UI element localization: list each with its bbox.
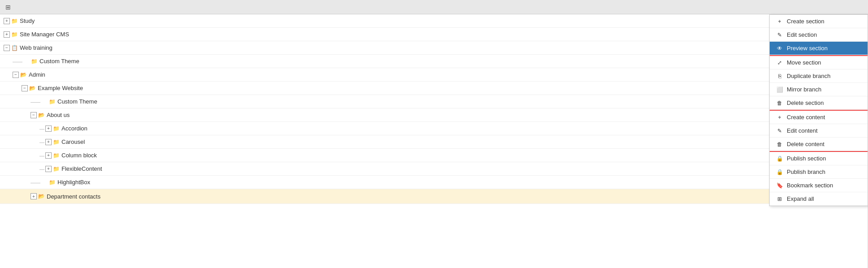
menu-icon: ✎: [776, 32, 783, 38]
tree-toggle[interactable]: +: [4, 18, 10, 24]
tree-toggle[interactable]: +: [45, 139, 52, 145]
menu-icon: ✎: [776, 128, 783, 134]
menu-label: Bookmark section: [787, 182, 833, 189]
tree-row[interactable]: — +📁Column block0: [0, 149, 868, 162]
folder-icon: 📂: [38, 112, 45, 118]
folder-icon: 📁: [11, 31, 18, 38]
folder-icon: 📂: [38, 193, 45, 199]
folder-icon: 📁: [49, 99, 56, 105]
header-icon: ⊞: [5, 4, 11, 11]
tree-label: Web training: [20, 44, 53, 51]
menu-item-edit-section[interactable]: ✎Edit section: [770, 28, 868, 42]
menu-icon: ⤢: [776, 60, 783, 66]
tree-row[interactable]: —— 📁HighlightBox0: [0, 176, 868, 189]
tree-row[interactable]: −📋Web training3: [0, 41, 868, 55]
menu-label: Mirror branch: [787, 86, 821, 93]
folder-icon: 📁: [49, 179, 56, 186]
tree-row[interactable]: —— 📁Custom Theme1: [0, 95, 868, 108]
menu-label: Expand all: [787, 195, 814, 202]
tree-label: Carousel: [61, 138, 85, 145]
menu-label: Edit section: [787, 31, 817, 38]
header: ⊞: [0, 0, 868, 14]
tree-label: Column block: [61, 152, 97, 159]
folder-icon: 📁: [53, 152, 60, 159]
tree-row[interactable]: +📂Department contacts200⚙ Actions: [0, 189, 868, 204]
tree-label: Department contacts: [47, 193, 101, 200]
folder-icon: 📋: [11, 45, 18, 51]
menu-icon: 🗑: [776, 100, 783, 106]
tree-toggle[interactable]: +: [31, 193, 37, 199]
menu-icon: ⬜: [776, 86, 783, 93]
tree-label: Custom Theme: [39, 58, 79, 65]
tree-row[interactable]: +📁Study3: [0, 14, 868, 28]
tree-label: Example Website: [38, 85, 83, 91]
menu-label: Create section: [787, 18, 824, 25]
menu-item-mirror-branch[interactable]: ⬜Mirror branch: [770, 83, 868, 96]
menu-label: Move section: [787, 59, 821, 66]
menu-item-expand-all[interactable]: ⊞Expand all: [770, 192, 868, 206]
tree-label: Admin: [29, 71, 45, 78]
menu-icon: +: [776, 18, 783, 25]
menu-item-preview-section[interactable]: 👁Preview section: [770, 42, 868, 55]
menu-icon: 🔒: [776, 156, 783, 162]
tree-toggle[interactable]: −: [31, 112, 37, 118]
menu-item-edit-content[interactable]: ✎Edit content: [770, 124, 868, 138]
tree-toggle[interactable]: +: [45, 166, 52, 172]
tree-label: Accordion: [61, 125, 88, 132]
tree-toggle[interactable]: −: [4, 45, 10, 51]
folder-icon: 📁: [53, 166, 60, 172]
menu-icon: ⎘: [776, 73, 783, 79]
tree-row[interactable]: — +📁Carousel0: [0, 135, 868, 149]
menu-item-delete-content[interactable]: 🗑Delete content: [770, 138, 868, 151]
menu-item-create-content[interactable]: +Create content: [770, 110, 868, 124]
tree-row[interactable]: — +📁Accordion0: [0, 122, 868, 135]
tree-label: Custom Theme: [57, 98, 97, 105]
tree-label: HighlightBox: [57, 179, 90, 186]
menu-item-create-section[interactable]: +Create section: [770, 15, 868, 28]
menu-label: Preview section: [787, 45, 828, 52]
tree-toggle[interactable]: −: [13, 72, 19, 78]
context-menu: +Create section✎Edit section👁Preview sec…: [769, 14, 868, 206]
tree-row[interactable]: −📂About us6: [0, 108, 868, 122]
folder-icon: 📁: [53, 125, 60, 132]
menu-icon: +: [776, 114, 783, 121]
menu-item-publish-branch[interactable]: 🔒Publish branch: [770, 165, 868, 179]
menu-label: Delete section: [787, 99, 824, 106]
tree-label: FlexibleContent: [61, 165, 102, 172]
tree-row[interactable]: —— 📁Custom Theme: [0, 55, 868, 68]
tree-label: Study: [20, 17, 35, 24]
tree-row[interactable]: — +📁FlexibleContent0: [0, 162, 868, 176]
folder-icon: 📁: [31, 58, 38, 65]
menu-icon: 🔒: [776, 169, 783, 175]
tree-row[interactable]: −📂Example Website1: [0, 82, 868, 95]
folder-icon: 📂: [20, 72, 27, 78]
menu-icon: 🗑: [776, 141, 783, 147]
tree-toggle[interactable]: +: [45, 125, 52, 132]
menu-label: Create content: [787, 114, 825, 121]
tree-panel: +📁Study3+📁Site Manager CMS4−📋Web trainin…: [0, 14, 868, 268]
folder-icon: 📁: [11, 18, 18, 24]
tree-row[interactable]: +📁Site Manager CMS4: [0, 28, 868, 41]
menu-item-move-section[interactable]: ⤢Move section: [770, 55, 868, 69]
menu-label: Duplicate branch: [787, 73, 831, 79]
folder-icon: 📁: [53, 139, 60, 145]
menu-item-publish-section[interactable]: 🔒Publish section: [770, 151, 868, 165]
folder-icon: 📂: [29, 85, 36, 91]
menu-icon: ⊞: [776, 196, 783, 202]
menu-item-duplicate-branch[interactable]: ⎘Duplicate branch: [770, 69, 868, 83]
tree-toggle[interactable]: +: [45, 152, 52, 159]
menu-label: Publish section: [787, 155, 826, 162]
menu-icon: 👁: [776, 45, 783, 52]
tree-label: Site Manager CMS: [20, 31, 69, 38]
menu-label: Edit content: [787, 127, 818, 134]
menu-icon: 🔖: [776, 182, 783, 189]
tree-toggle[interactable]: +: [4, 31, 10, 38]
menu-item-delete-section[interactable]: 🗑Delete section: [770, 96, 868, 110]
menu-label: Publish branch: [787, 169, 825, 175]
tree-toggle[interactable]: −: [22, 85, 28, 91]
tree-label: About us: [47, 112, 70, 118]
menu-item-bookmark-section[interactable]: 🔖Bookmark section: [770, 179, 868, 192]
tree-row[interactable]: −📂Admin0: [0, 68, 868, 82]
menu-label: Delete content: [787, 141, 824, 147]
